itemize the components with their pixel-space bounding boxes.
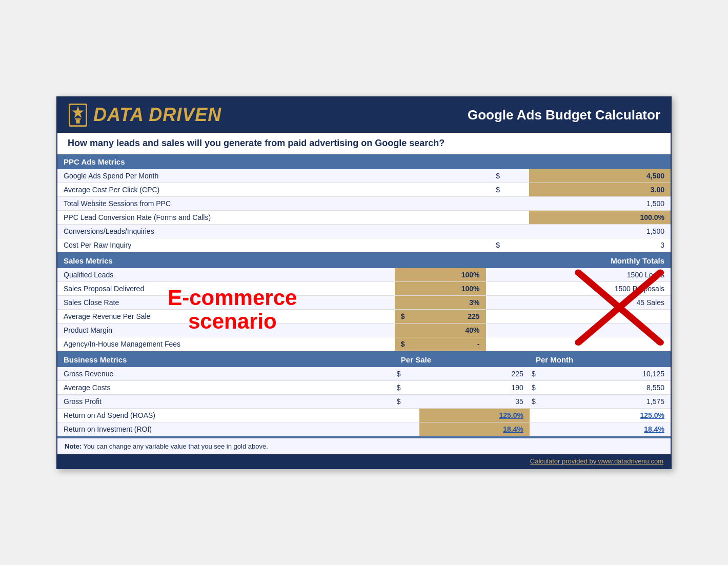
ppc-table: Google Ads Spend Per Month $ 4,500 Avera… [57,169,671,252]
note-prefix: Note: [65,442,82,450]
row-value: $225 [395,309,486,323]
table-row: Google Ads Spend Per Month $ 4,500 [57,169,671,183]
row-value: 3.00 [529,183,671,196]
header-title: Google Ads Budget Calculator [468,107,660,123]
currency2: $ [530,380,554,394]
row-label: Product Margin [57,323,395,337]
footer-bar: Calculator provided by www.datadrivenu.c… [57,454,671,468]
sales-header-label: Sales Metrics [64,256,113,265]
row-currency: $ [490,169,529,183]
monthly-totals-label: Monthly Totals [611,256,664,265]
sales-section-header: Sales Metrics Monthly Totals [57,253,671,268]
per-month-header: Per Month [530,352,671,367]
table-row: Agency/In-House Management Fees $- [57,337,671,351]
row-label: Gross Profit [57,394,395,408]
sale-value: 18.4% [419,422,530,436]
sales-table: Qualified Leads 100% 1500 Leads Sales Pr… [57,268,671,351]
ppc-section-header: PPC Ads Metrics [57,154,671,169]
row-value: 100.0% [529,210,671,224]
row-value-plain: 3 [529,238,671,252]
sale-value: 125.0% [419,408,530,422]
table-row: Qualified Leads 100% 1500 Leads [57,268,671,282]
business-header-label: Business Metrics [57,352,395,367]
table-row: Total Website Sessions from PPC 1,500 [57,196,671,210]
row-label: Cost Per Raw Inquiry [57,238,490,252]
currency2: $ [530,367,554,381]
ppc-header-label: PPC Ads Metrics [64,157,125,166]
month-value: 10,125 [554,367,671,381]
monthly-value [486,337,671,351]
sale-value: 190 [419,380,530,394]
table-row: Gross Profit $ 35 $ 1,575 [57,394,671,408]
row-value-plain: 1,500 [529,224,671,238]
table-row: Average Cost Per Click (CPC) $ 3.00 [57,183,671,196]
table-row: Sales Close Rate 3% 45 Sales [57,295,671,309]
row-currency [490,224,529,238]
logo-icon [68,104,88,127]
table-row: Return on Ad Spend (ROAS) 125.0% 125.0% [57,408,671,422]
table-row: Gross Revenue $ 225 $ 10,125 [57,367,671,381]
currency1: $ [395,394,419,408]
table-row: Sales Proposal Delivered 100% 1500 Propo… [57,281,671,295]
header: DATA DRIVEN Google Ads Budget Calculator [57,97,671,133]
row-label: Return on Ad Spend (ROAS) [57,408,395,422]
row-currency [490,210,529,224]
calculator-container: DATA DRIVEN Google Ads Budget Calculator… [56,96,672,469]
table-row: Average Costs $ 190 $ 8,550 [57,380,671,394]
svg-rect-3 [75,118,81,119]
row-label: Average Costs [57,380,395,394]
row-label: Average Cost Per Click (CPC) [57,183,490,196]
per-sale-header: Per Sale [395,352,530,367]
row-label: Conversions/Leads/Inquiries [57,224,490,238]
row-currency: $ [490,183,529,196]
business-section: Business Metrics Per Sale Per Month Gros… [57,352,671,437]
sales-section: Sales Metrics Monthly Totals E-commerce … [57,253,671,352]
business-section-header: Business Metrics Per Sale Per Month [57,352,671,367]
monthly-value [486,309,671,323]
month-value: 1,575 [554,394,671,408]
logo-text: DATA DRIVEN [93,104,221,126]
monthly-value: 1500 Leads [486,268,671,282]
row-value: 100% [395,268,486,282]
sale-value: 35 [419,394,530,408]
svg-rect-4 [76,119,79,123]
currency1 [395,408,419,422]
row-value: 3% [395,295,486,309]
note-bar: Note: You can change any variable value … [57,437,671,454]
row-currency [490,196,529,210]
currency1 [395,422,419,436]
month-value: 18.4% [554,422,671,436]
table-row: Average Revenue Per Sale $225 [57,309,671,323]
sale-value: 225 [419,367,530,381]
row-label: Agency/In-House Management Fees [57,337,395,351]
business-table: Gross Revenue $ 225 $ 10,125 Average Cos… [57,367,671,436]
currency1: $ [395,367,419,381]
currency2 [530,422,554,436]
row-label: Qualified Leads [57,268,395,282]
row-label: Return on Investment (ROI) [57,422,395,436]
note-text: You can change any variable value that y… [84,442,268,450]
row-value: $- [395,337,486,351]
row-label: Gross Revenue [57,367,395,381]
footer-link[interactable]: Calculator provided by www.datadrivenu.c… [530,457,663,465]
sales-table-wrapper: E-commerce scenario Qualified Leads 100%… [57,268,671,351]
table-row: Product Margin 40% [57,323,671,337]
row-value: 4,500 [529,169,671,183]
row-currency: $ [490,238,529,252]
row-value: 100% [395,281,486,295]
row-label: Sales Close Rate [57,295,395,309]
row-label: Google Ads Spend Per Month [57,169,490,183]
currency2: $ [530,394,554,408]
subtitle: How many leads and sales will you genera… [57,133,671,154]
row-label: Sales Proposal Delivered [57,281,395,295]
month-value: 8,550 [554,380,671,394]
row-label: Total Website Sessions from PPC [57,196,490,210]
row-label: Average Revenue Per Sale [57,309,395,323]
row-value-plain: 1,500 [529,196,671,210]
monthly-value: 1500 Proposals [486,281,671,295]
monthly-value: 45 Sales [486,295,671,309]
table-row: PPC Lead Conversion Rate (Forms and Call… [57,210,671,224]
row-value: 40% [395,323,486,337]
currency2 [530,408,554,422]
table-row: Return on Investment (ROI) 18.4% 18.4% [57,422,671,436]
